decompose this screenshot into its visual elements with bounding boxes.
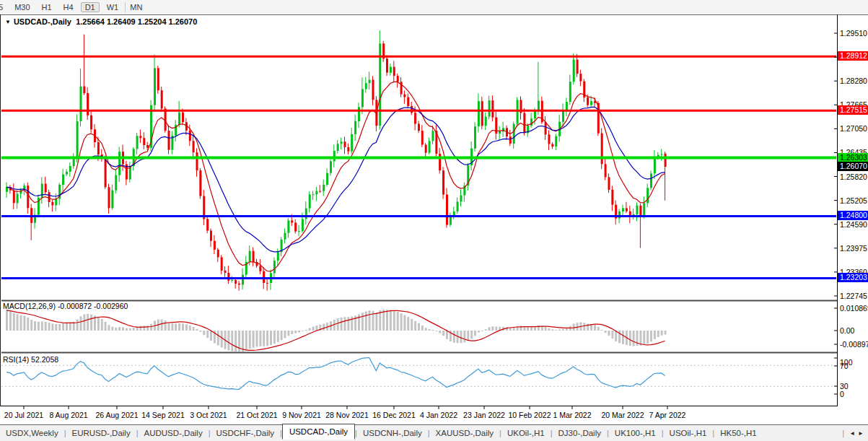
level-price-badge: 1.24800 xyxy=(838,211,868,220)
level-price-badge: 1.28912 xyxy=(838,51,868,61)
price-tick-label: 1.23975 xyxy=(840,244,867,253)
price-tick-label: 1.29510 xyxy=(840,29,867,38)
tab-dj30-daily[interactable]: DJ30-,Daily xyxy=(553,427,607,439)
price-tick-label: 1.28280 xyxy=(840,77,867,85)
tab-usdchf-daily[interactable]: USDCHF-,Daily xyxy=(211,427,281,439)
trading-terminal-window: 5M30H1H4D1W1MN ▼USDCAD-,Daily 1.25664 1.… xyxy=(0,0,868,441)
level-price-badge: 1.27515 xyxy=(838,105,868,115)
timeframe-h1[interactable]: H1 xyxy=(38,2,56,12)
chart-expand-icon[interactable]: ▼ xyxy=(5,19,11,25)
tabs-scroll-left-arrow[interactable]: ◄ xyxy=(849,430,855,437)
rsi-line xyxy=(6,358,665,390)
timeframe-h4[interactable]: H4 xyxy=(59,2,78,12)
date-tick-label: 8 Aug 2021 xyxy=(49,411,87,419)
chart-ohlc-values: 1.25664 1.26409 1.25204 1.26070 xyxy=(76,17,197,26)
timeframe-mn[interactable]: MN xyxy=(126,2,146,12)
macd-histogram xyxy=(6,310,667,352)
price-axis-ticks xyxy=(834,33,837,394)
price-tick-label: 1.25205 xyxy=(840,196,867,205)
rsi-scale-70: 70 xyxy=(840,362,849,370)
date-tick-label: 1 Mar 2022 xyxy=(553,411,591,419)
timeframe-w1[interactable]: W1 xyxy=(102,2,123,12)
date-tick-label: 4 Jan 2022 xyxy=(420,411,457,419)
rsi-levels xyxy=(1,365,836,386)
rsi-scale-0: 0 xyxy=(840,390,844,398)
chart-plot-area[interactable] xyxy=(0,0,868,441)
date-tick-label: 16 Dec 2021 xyxy=(372,411,416,419)
macd-values: -0.000872 -0.002960 xyxy=(58,302,128,310)
candlestick-series xyxy=(6,30,667,291)
rsi-name: RSI(14) xyxy=(3,355,29,364)
macd-scale-zero: 0.00 xyxy=(840,326,854,335)
timeframe-toolbar: 5M30H1H4D1W1MN xyxy=(0,0,868,14)
tabs-scroll-right-arrow[interactable]: ► xyxy=(858,430,864,437)
toolbar-separator xyxy=(125,2,126,12)
timeframe-m30[interactable]: M30 xyxy=(10,2,34,12)
tab-eurusd-daily[interactable]: EURUSD-,Daily xyxy=(66,427,136,439)
chart-symbol-label: USDCAD-,Daily xyxy=(14,17,71,26)
date-tick-label: 14 Sep 2021 xyxy=(141,411,185,419)
date-axis-ticks xyxy=(24,406,667,409)
rsi-value: 52.2058 xyxy=(31,355,58,364)
macd-scale-top: 0.010869 xyxy=(840,304,868,313)
date-tick-label: 20 Jul 2021 xyxy=(4,411,43,419)
macd-name: MACD(12,26,9) xyxy=(3,302,56,310)
tab-usdx-weekly[interactable]: USDX,Weekly xyxy=(0,427,64,439)
price-tick-label: 1.25820 xyxy=(840,173,867,181)
tab-usdcad-daily[interactable]: USDCAD-,Daily xyxy=(282,424,355,440)
timeframe-d1[interactable]: D1 xyxy=(81,2,100,12)
macd-pane-label: MACD(12,26,9) -0.000872 -0.002960 xyxy=(3,302,128,310)
macd-scale-bottom: -0.008975 xyxy=(840,340,868,349)
date-tick-label: 7 Apr 2022 xyxy=(649,411,686,419)
date-tick-label: 21 Oct 2021 xyxy=(236,411,277,419)
symbol-tab-bar: USDX,Weekly|EURUSD-,Daily|AUDUSD-,Daily|… xyxy=(0,424,868,441)
rsi-pane-label: RSI(14) 52.2058 xyxy=(3,355,58,364)
tab-xauusd-daily[interactable]: XAUUSD-,Daily xyxy=(430,427,500,439)
level-price-badge: 1.23203 xyxy=(838,273,868,282)
date-tick-label: 26 Aug 2021 xyxy=(96,411,139,419)
date-tick-label: 3 Oct 2021 xyxy=(190,411,227,419)
price-tick-label: 1.22745 xyxy=(840,292,867,300)
tab-usdcnh-daily[interactable]: USDCNH-,Daily xyxy=(357,427,428,439)
price-tick-label: 1.24590 xyxy=(840,220,867,229)
date-tick-label: 20 Mar 2022 xyxy=(602,411,644,419)
tab-hk50-h1[interactable]: HK50-,H1 xyxy=(714,427,763,439)
price-tick-label: 1.27050 xyxy=(840,124,867,133)
current-price-badge: 1.26070 xyxy=(838,162,868,171)
date-tick-label: 23 Jan 2022 xyxy=(463,411,505,419)
tab-ukoil-h1[interactable]: UKOil-,H1 xyxy=(501,427,551,439)
tab-arrows-separator: | xyxy=(842,429,844,437)
timeframe-5[interactable]: 5 xyxy=(0,2,7,12)
date-tick-label: 28 Nov 2021 xyxy=(325,411,369,419)
tab-usoil-h1[interactable]: USOil-,H1 xyxy=(664,427,713,439)
chart-frame xyxy=(0,14,868,406)
tab-uk100-h1[interactable]: UK100-,H1 xyxy=(609,427,662,439)
tab-scroll-arrows: | ◄ ► xyxy=(838,425,866,441)
chart-title: ▼USDCAD-,Daily 1.25664 1.26409 1.25204 1… xyxy=(5,17,197,26)
tab-audusd-daily[interactable]: AUDUSD-,Daily xyxy=(139,427,209,439)
date-tick-label: 9 Nov 2021 xyxy=(282,411,321,419)
date-tick-label: 10 Feb 2022 xyxy=(509,411,551,419)
